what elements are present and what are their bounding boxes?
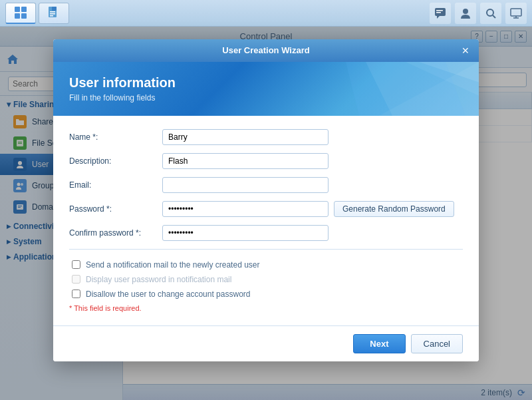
svg-rect-6 (50, 11, 55, 13)
taskbar-icons (430, 3, 527, 24)
name-input[interactable] (162, 129, 329, 145)
taskbar-app-file[interactable] (39, 3, 69, 24)
no-change-pass-checkbox[interactable] (72, 290, 80, 298)
display-pass-label: Display user password in notification ma… (86, 275, 231, 284)
required-note: * This field is required. (69, 304, 463, 312)
notify-label: Send a notification mail to the newly cr… (86, 260, 259, 270)
svg-rect-7 (50, 13, 55, 15)
user-creation-wizard: User Creation Wizard ✕ User information … (53, 39, 479, 361)
checkbox-notify: Send a notification mail to the newly cr… (69, 260, 463, 270)
svg-point-13 (463, 9, 468, 14)
svg-rect-8 (50, 15, 53, 17)
modal-header: User information Fill in the following f… (53, 62, 479, 116)
modal-footer: Next Cancel (53, 325, 479, 361)
svg-point-14 (487, 9, 493, 16)
svg-rect-12 (436, 12, 441, 13)
form-row-description: Description: (69, 153, 463, 169)
modal-titlebar: User Creation Wizard ✕ (53, 39, 479, 62)
confirm-password-input[interactable] (162, 225, 329, 241)
confirm-password-label: Confirm password *: (69, 228, 162, 238)
monitor-icon-btn[interactable] (505, 3, 527, 24)
checkbox-no-change-pass: Disallow the user to change account pass… (69, 290, 463, 299)
form-row-confirm-password: Confirm password *: (69, 225, 463, 241)
checkbox-display-pass: Display user password in notification ma… (69, 275, 463, 284)
form-row-email: Email: (69, 177, 463, 193)
svg-rect-5 (52, 7, 57, 11)
notify-checkbox[interactable] (72, 260, 80, 269)
password-label: Password *: (69, 204, 162, 214)
description-input[interactable] (162, 153, 329, 169)
description-label: Description: (69, 156, 162, 166)
svg-marker-36 (346, 62, 466, 116)
svg-rect-3 (21, 13, 27, 19)
modal-overlay: User Creation Wizard ✕ User information … (0, 27, 532, 400)
chat-icon-btn[interactable] (430, 3, 451, 24)
cancel-button[interactable]: Cancel (411, 334, 463, 353)
modal-title: User Creation Wizard (222, 45, 309, 55)
svg-rect-11 (436, 10, 443, 11)
form-row-password: Password *: Generate Random Password (69, 201, 463, 217)
display-pass-checkbox[interactable] (72, 275, 80, 284)
svg-rect-0 (15, 7, 20, 12)
header-decoration (313, 62, 479, 116)
search-icon-btn[interactable] (480, 3, 501, 24)
taskbar (0, 0, 532, 27)
svg-rect-16 (511, 9, 521, 16)
svg-rect-1 (21, 7, 27, 12)
svg-line-15 (493, 15, 495, 18)
modal-close-button[interactable]: ✕ (459, 44, 472, 57)
email-label: Email: (69, 180, 162, 190)
taskbar-app-grid[interactable] (5, 3, 36, 24)
modal-body: Name *: Description: Email: Password *: … (53, 116, 479, 325)
svg-rect-2 (15, 13, 20, 19)
form-separator (69, 249, 463, 250)
generate-password-button[interactable]: Generate Random Password (334, 201, 454, 217)
svg-marker-10 (437, 16, 440, 19)
email-input[interactable] (162, 177, 329, 193)
form-row-name: Name *: (69, 129, 463, 145)
next-button[interactable]: Next (353, 334, 405, 353)
user-icon-btn[interactable] (455, 3, 476, 24)
no-change-pass-label: Disallow the user to change account pass… (86, 290, 250, 299)
name-label: Name *: (69, 132, 162, 142)
password-input[interactable] (162, 201, 329, 217)
